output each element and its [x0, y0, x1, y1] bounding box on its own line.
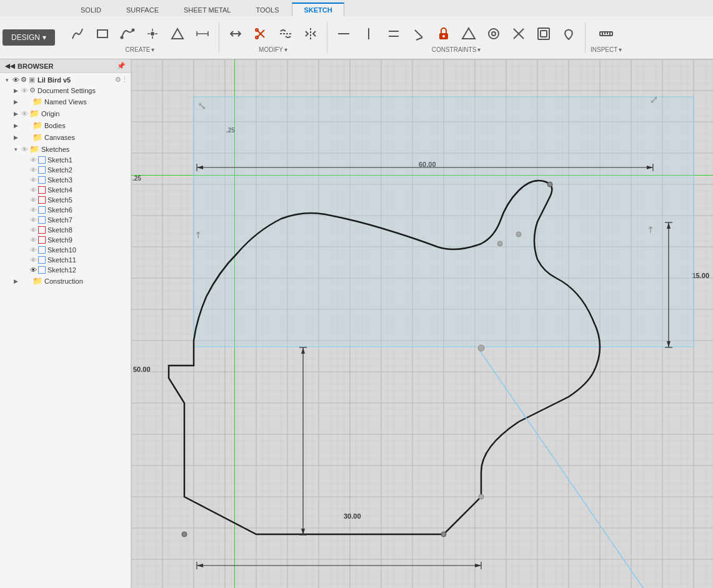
tree-arrow-doc-settings[interactable]: ▶: [11, 87, 20, 94]
eye-icon-sketch11[interactable]: 👁: [30, 256, 37, 264]
gear-icon-root[interactable]: ⚙: [21, 76, 27, 84]
extend-tool[interactable]: [274, 22, 297, 45]
eye-icon-sketches[interactable]: 👁: [21, 146, 28, 153]
measure-tool[interactable]: [595, 22, 617, 45]
tree-label-sketch6: Sketch6: [47, 206, 128, 214]
tree-item-sketch3[interactable]: 👁 Sketch3: [0, 175, 131, 185]
offset-tool[interactable]: [224, 22, 247, 45]
eye-icon-sketch1[interactable]: 👁: [30, 156, 37, 164]
gear-icon-doc-settings: ⚙: [29, 86, 36, 94]
folder-icon-bodies: 📁: [32, 121, 42, 130]
tab-tools[interactable]: TOOLS: [244, 3, 291, 16]
eye-icon-doc-settings[interactable]: 👁: [21, 87, 28, 94]
eye-icon-sketch4[interactable]: 👁: [30, 186, 37, 194]
tree-arrow-canvases[interactable]: ▶: [11, 134, 20, 141]
tree-item-sketch12[interactable]: 👁 Sketch12: [0, 265, 131, 275]
settings-icon-root[interactable]: ⚙: [115, 76, 121, 84]
tree-label-sketch5: Sketch5: [47, 196, 128, 204]
point-tool[interactable]: [141, 22, 164, 45]
eye-icon-sketch8[interactable]: 👁: [30, 226, 37, 234]
tree-label-sketch2: Sketch2: [47, 166, 128, 174]
tree-arrow-origin[interactable]: ▶: [11, 111, 20, 117]
tree-arrow-construction[interactable]: ▶: [11, 278, 20, 284]
eye-icon-sketch5[interactable]: 👁: [30, 196, 37, 204]
scissors-tool[interactable]: [249, 22, 272, 45]
tree-arrow-named-views[interactable]: ▶: [11, 99, 20, 105]
eye-icon-sketch7[interactable]: 👁: [30, 216, 37, 224]
tree-item-sketch11[interactable]: 👁 Sketch11: [0, 255, 131, 265]
create-arrow: ▾: [151, 46, 154, 53]
tab-bar: SOLID SURFACE SHEET METAL TOOLS SKETCH: [0, 0, 713, 16]
polygon-tool[interactable]: [166, 22, 189, 45]
concentric-constraint[interactable]: [482, 22, 505, 45]
browser-pin[interactable]: 📌: [117, 62, 126, 70]
tree-arrow-root[interactable]: ▾: [2, 77, 11, 83]
tree-arrow-sketches[interactable]: ▾: [11, 146, 20, 152]
eye-icon-sketch2[interactable]: 👁: [30, 166, 37, 174]
tree-label-sketch10: Sketch10: [47, 246, 128, 254]
svg-rect-0: [97, 30, 107, 37]
vertical-constraint[interactable]: [357, 22, 380, 45]
mirror-tool[interactable]: [299, 22, 322, 45]
eye-icon-sketch9[interactable]: 👁: [30, 236, 37, 244]
lock-constraint[interactable]: [432, 22, 455, 45]
sketch-icon-sketch5: [38, 196, 46, 204]
fix-constraint[interactable]: [557, 22, 580, 45]
svg-text:⤢: ⤢: [650, 94, 658, 105]
eye-icon-root[interactable]: 👁: [12, 76, 19, 84]
svg-marker-58: [197, 564, 203, 567]
dimension-tool[interactable]: [191, 22, 214, 45]
coincident-constraint[interactable]: [507, 22, 530, 45]
constraints-group: CONSTRAINTS ▾: [327, 22, 586, 53]
tree-item-sketch9[interactable]: 👁 Sketch9: [0, 235, 131, 245]
tree-item-sketch2[interactable]: 👁 Sketch2: [0, 165, 131, 175]
tab-surface[interactable]: SURFACE: [114, 3, 171, 16]
tree-item-named-views[interactable]: ▶📁Named Views: [0, 96, 131, 107]
tree-item-bodies[interactable]: ▶📁Bodies: [0, 119, 131, 131]
design-button[interactable]: DESIGN ▾: [2, 29, 55, 46]
tab-sketch[interactable]: SKETCH: [292, 2, 344, 16]
eye-icon-origin[interactable]: 👁: [21, 110, 28, 117]
tree-item-sketch10[interactable]: 👁 Sketch10: [0, 245, 131, 255]
tree-item-construction[interactable]: ▶📁Construction: [0, 275, 131, 287]
midpoint-constraint[interactable]: [532, 22, 555, 45]
tab-sheet-metal[interactable]: SHEET METAL: [172, 3, 242, 16]
tree-item-sketch1[interactable]: 👁 Sketch1: [0, 155, 131, 165]
tab-solid[interactable]: SOLID: [69, 3, 113, 16]
tree-item-sketch6[interactable]: 👁 Sketch6: [0, 205, 131, 215]
perpendicular-constraint[interactable]: [407, 22, 430, 45]
tree-item-sketch4[interactable]: 👁 Sketch4: [0, 185, 131, 195]
tree-item-sketch7[interactable]: 👁 Sketch7: [0, 215, 131, 225]
tree-label-doc-settings: Document Settings: [37, 87, 128, 94]
eye-icon-sketch12[interactable]: 👁: [30, 266, 37, 274]
sketch-svg: ↖ ↗ ⤢ ⤢: [131, 59, 713, 588]
canvas-area[interactable]: 60.00 15.00 50.00 30.00 .25 .25: [131, 59, 713, 588]
tree-item-sketch8[interactable]: 👁 Sketch8: [0, 225, 131, 235]
tree-item-origin[interactable]: ▶👁📁Origin: [0, 107, 131, 119]
sketch-icon-sketch9: [38, 236, 46, 244]
eye-icon-sketch3[interactable]: 👁: [30, 176, 37, 184]
tree-item-root[interactable]: ▾👁⚙▣Lil Bird v5⚙⋮: [0, 74, 131, 85]
svg-point-68: [516, 232, 521, 237]
svg-line-24: [416, 37, 422, 40]
arc-tool[interactable]: [116, 22, 139, 45]
tree-item-sketch5[interactable]: 👁 Sketch5: [0, 195, 131, 205]
eye-icon-sketch10[interactable]: 👁: [30, 246, 37, 254]
tree-label-sketch11: Sketch11: [47, 256, 128, 264]
equal-constraint[interactable]: [457, 22, 480, 45]
tree-item-doc-settings[interactable]: ▶👁⚙Document Settings: [0, 85, 131, 96]
tree-item-canvases[interactable]: ▶📁Canvases: [0, 131, 131, 143]
tree-item-sketches[interactable]: ▾👁📁Sketches: [0, 143, 131, 155]
svg-point-26: [442, 35, 445, 37]
eye-icon-sketch6[interactable]: 👁: [30, 206, 37, 214]
tree-label-construction: Construction: [44, 277, 128, 285]
folder-icon-canvases: 📁: [32, 132, 42, 142]
parallel-constraint[interactable]: [382, 22, 405, 45]
horizontal-constraint[interactable]: [332, 22, 355, 45]
line-tool[interactable]: [66, 22, 89, 45]
tree-arrow-bodies[interactable]: ▶: [11, 122, 20, 129]
rectangle-tool[interactable]: [91, 22, 114, 45]
modify-group: MODIFY ▾: [219, 22, 327, 53]
more-icon-root[interactable]: ⋮: [121, 76, 128, 84]
tree-label-origin: Origin: [41, 110, 128, 117]
